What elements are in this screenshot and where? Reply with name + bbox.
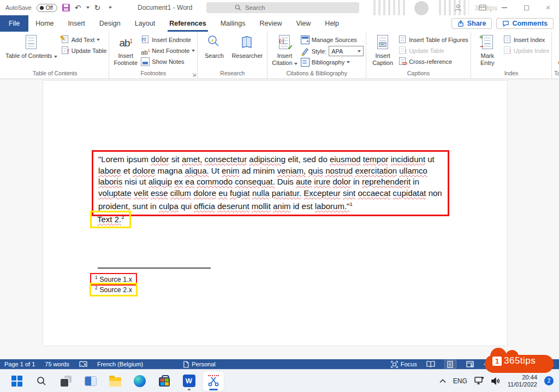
read-mode-button[interactable]	[425, 360, 437, 369]
start-button[interactable]	[7, 371, 27, 391]
insert-footnote-button[interactable]: ab1 InsertFootnote	[111, 33, 140, 67]
ribbon: Table of Contents ✎ Add Text ! Update Ta…	[0, 32, 559, 79]
taskbar: W ENG 20:44 11/01/2022 2	[0, 369, 559, 392]
title-bar: AutoSave Off ↶ ↻ Document1 - Word Search…	[0, 0, 559, 15]
customize-qat-icon[interactable]	[109, 7, 112, 9]
watermark-area: 365tips ×	[373, 0, 559, 15]
proofing-errors-icon[interactable]	[79, 361, 87, 368]
print-layout-button[interactable]	[444, 360, 456, 369]
manage-sources-button[interactable]: + Manage Sources	[301, 34, 364, 45]
language-switcher[interactable]: ENG	[453, 377, 467, 385]
footnotes-dialog-launcher-icon[interactable]: ⇲	[192, 72, 197, 78]
highlighted-text2[interactable]: Text 2.2	[90, 211, 131, 228]
word-count[interactable]: 75 words	[45, 361, 69, 367]
snipping-tool-button[interactable]	[203, 371, 224, 391]
ribbon-display-options-icon[interactable]	[474, 0, 491, 15]
insert-index-button[interactable]: Insert Index	[503, 34, 549, 45]
table-of-contents-button[interactable]: Table of Contents	[3, 33, 60, 60]
share-button[interactable]: Share	[451, 18, 492, 29]
network-icon[interactable]	[474, 377, 484, 385]
next-footnote-button[interactable]: ab1 Next Footnote	[141, 45, 195, 56]
clock[interactable]: 20:44 11/01/2022	[508, 374, 537, 388]
search-input[interactable]: Search	[206, 2, 359, 13]
footnote-reference-1[interactable]: 1	[349, 201, 352, 207]
notification-badge[interactable]: 2	[544, 376, 554, 385]
insert-endnote-button[interactable]: (i) Insert Endnote	[141, 34, 195, 45]
tab-references[interactable]: References	[162, 15, 213, 32]
save-icon[interactable]	[62, 4, 70, 11]
add-text-button[interactable]: ✎ Add Text	[61, 34, 107, 45]
minimize-button[interactable]	[496, 0, 513, 15]
microsoft-store-button[interactable]	[154, 371, 175, 391]
insert-caption-icon: ▲	[375, 34, 390, 51]
windows-logo-icon	[11, 376, 22, 387]
snipping-tool-icon	[207, 375, 220, 388]
share-icon	[457, 20, 465, 27]
toggle-knob	[40, 6, 44, 10]
cross-reference-button[interactable]: ▭ Cross-reference	[398, 56, 468, 67]
edge-icon	[134, 375, 146, 387]
restore-button[interactable]	[518, 0, 534, 15]
taskbar-search-button[interactable]	[31, 371, 52, 391]
tab-insert[interactable]: Insert	[61, 15, 92, 32]
watermark-blob	[414, 1, 429, 15]
group-index: +− MarkEntry Insert Index ! Update Index…	[471, 32, 552, 79]
language-indicator[interactable]: French (Belgium)	[97, 361, 143, 367]
footnote-2[interactable]: 2 Source 2.x	[90, 283, 138, 296]
footnote-separator	[98, 268, 211, 269]
autosave-toggle[interactable]: Off	[37, 4, 57, 12]
comments-button[interactable]: Comments	[496, 18, 554, 29]
tab-mailings[interactable]: Mailings	[213, 15, 253, 32]
insert-table-of-figures-button[interactable]: Insert Table of Figures	[398, 34, 468, 45]
tab-home[interactable]: Home	[28, 15, 61, 32]
mark-citation-button[interactable]: +− MarkCitation	[554, 33, 559, 67]
office-logo-icon: 1	[492, 357, 502, 366]
comments-icon	[502, 20, 509, 27]
insert-endnote-icon: (i)	[141, 35, 150, 44]
bibliography-button[interactable]: Bibliography	[301, 57, 364, 68]
undo-icon[interactable]: ↶	[75, 4, 81, 11]
tab-design[interactable]: Design	[92, 15, 128, 32]
close-button[interactable]: ×	[540, 0, 556, 15]
focus-button[interactable]: Focus	[391, 361, 417, 368]
task-view-button[interactable]	[56, 371, 76, 391]
account-icon[interactable]	[450, 0, 466, 15]
quick-access-toolbar: AutoSave Off ↶ ↻	[0, 4, 112, 12]
edge-button[interactable]	[129, 371, 150, 391]
redo-icon[interactable]: ↻	[94, 4, 101, 11]
style-icon	[301, 47, 310, 56]
update-table-button[interactable]: ! Update Table	[61, 45, 107, 56]
insert-citation-button[interactable]: (-)✓ InsertCitation	[270, 33, 299, 67]
tab-view[interactable]: View	[289, 15, 318, 32]
tab-help[interactable]: Help	[318, 15, 346, 32]
update-table-figures-button: ! Update Table	[398, 45, 468, 56]
smart-search-button[interactable]: Search	[200, 33, 228, 60]
tab-file[interactable]: File	[0, 15, 28, 32]
tab-layout[interactable]: Layout	[128, 15, 163, 32]
document-area[interactable]: "Lorem ipsum dolor sit amet, consectetur…	[0, 79, 559, 359]
update-table-icon: !	[61, 46, 69, 55]
system-tray: ENG 20:44 11/01/2022 2	[439, 374, 559, 388]
word-taskbar-button[interactable]: W	[179, 371, 199, 391]
highlighted-paragraph[interactable]: "Lorem ipsum dolor sit amet, consectetur…	[92, 150, 449, 216]
page-indicator[interactable]: Page 1 of 1	[4, 361, 35, 367]
researcher-button[interactable]: Researcher	[229, 33, 265, 60]
search-icon	[235, 4, 241, 11]
template-indicator[interactable]: Personal	[183, 361, 215, 368]
bibliography-icon	[301, 58, 310, 67]
insert-caption-button[interactable]: ▲ InsertCaption	[368, 33, 397, 67]
mark-entry-button[interactable]: +− MarkEntry	[473, 33, 502, 67]
page[interactable]: "Lorem ipsum dolor sit amet, consectetur…	[43, 80, 508, 346]
word-icon: W	[183, 375, 195, 387]
microsoft-store-icon	[159, 377, 170, 387]
web-layout-button[interactable]	[464, 360, 476, 369]
undo-caret-icon[interactable]	[86, 7, 90, 9]
citation-style-select[interactable]: APA	[329, 46, 364, 56]
file-explorer-button[interactable]	[105, 371, 126, 391]
widgets-button[interactable]	[80, 371, 101, 391]
tab-review[interactable]: Review	[252, 15, 289, 32]
footnote-reference-2[interactable]: 2	[121, 214, 124, 220]
volume-icon[interactable]	[491, 377, 501, 385]
show-notes-button[interactable]: Show Notes	[141, 56, 195, 67]
tray-chevron-icon[interactable]	[439, 379, 446, 383]
